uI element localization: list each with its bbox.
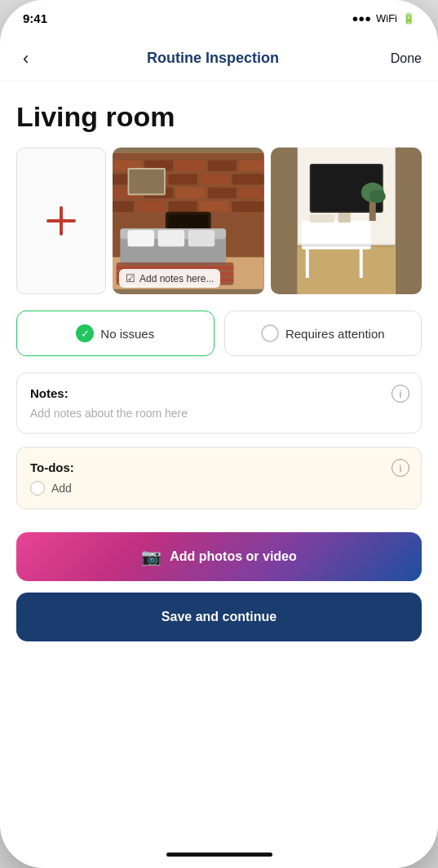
svg-rect-27 (128, 230, 154, 246)
svg-rect-11 (232, 174, 264, 184)
add-photo-button[interactable] (16, 148, 106, 294)
status-bar: 9:41 ●●● WiFi 🔋 (0, 0, 438, 36)
no-issues-label: No issues (100, 327, 154, 341)
svg-rect-21 (232, 201, 264, 212)
requires-attention-button[interactable]: Requires attention (224, 311, 423, 356)
note-icon: ☑ (126, 272, 135, 284)
radio-circle-icon (261, 324, 279, 342)
svg-rect-46 (309, 214, 334, 223)
svg-rect-9 (169, 174, 197, 184)
main-content: Living room (0, 82, 438, 840)
camera-icon: 📷 (141, 547, 161, 566)
svg-rect-47 (338, 213, 350, 223)
svg-rect-35 (129, 170, 164, 194)
no-issues-button[interactable]: ✓ No issues (16, 311, 215, 356)
battery-icon: 🔋 (402, 12, 415, 24)
todos-info-icon[interactable]: i (392, 459, 409, 477)
save-continue-button[interactable]: Save and continue (16, 593, 422, 641)
svg-rect-29 (188, 230, 215, 246)
svg-rect-17 (113, 201, 134, 212)
svg-rect-14 (176, 187, 205, 198)
home-bar (166, 853, 272, 857)
svg-rect-20 (201, 201, 229, 212)
svg-rect-10 (201, 174, 229, 184)
home-indicator (0, 840, 438, 868)
wifi-icon: WiFi (376, 12, 397, 24)
svg-rect-6 (240, 161, 264, 171)
phone-shell: 9:41 ●●● WiFi 🔋 ‹ Routine Inspection Don… (0, 0, 438, 868)
status-buttons: ✓ No issues Requires attention (16, 311, 422, 356)
white-room-photo-svg (271, 148, 423, 294)
done-button[interactable]: Done (391, 51, 422, 66)
nav-header: ‹ Routine Inspection Done (0, 36, 438, 82)
svg-rect-16 (240, 187, 264, 198)
notes-input[interactable]: Add notes about the room here (30, 407, 408, 420)
notes-section: i Notes: Add notes about the room here (16, 372, 422, 434)
svg-rect-40 (359, 249, 362, 278)
status-time: 9:41 (23, 11, 47, 25)
svg-rect-48 (297, 244, 395, 247)
room-title: Living room (16, 101, 422, 133)
svg-rect-15 (208, 187, 237, 198)
svg-rect-28 (158, 230, 184, 246)
check-circle-icon: ✓ (76, 324, 94, 342)
todos-label: To-dos: (30, 460, 408, 474)
svg-rect-37 (297, 245, 395, 294)
photo-item-2[interactable] (271, 148, 423, 294)
photo-strip: ☑ Add notes here... (16, 148, 422, 294)
svg-point-45 (369, 190, 385, 203)
notes-label: Notes: (30, 386, 408, 400)
save-continue-label: Save and continue (161, 610, 277, 624)
svg-rect-4 (176, 161, 205, 171)
signal-icon: ●●● (352, 12, 371, 24)
page-title: Routine Inspection (147, 50, 279, 67)
status-icons: ●●● WiFi 🔋 (352, 12, 415, 24)
svg-rect-18 (137, 201, 166, 212)
svg-rect-39 (305, 249, 308, 278)
action-buttons: 📷 Add photos or video Save and continue (16, 532, 422, 661)
todo-add-label: Add (51, 482, 72, 495)
requires-attention-label: Requires attention (285, 327, 385, 341)
notes-info-icon[interactable]: i (392, 385, 409, 403)
photo-notes-overlay[interactable]: ☑ Add notes here... (119, 269, 220, 288)
notes-overlay-text: Add notes here... (139, 273, 214, 284)
todos-section: i To-dos: Add (16, 447, 422, 509)
plus-icon (45, 205, 77, 237)
add-media-button[interactable]: 📷 Add photos or video (16, 532, 422, 581)
add-media-label: Add photos or video (170, 549, 297, 564)
svg-rect-5 (208, 161, 237, 171)
back-button[interactable]: ‹ (16, 45, 35, 73)
todo-add-row[interactable]: Add (30, 481, 408, 496)
todo-radio-icon (30, 481, 45, 496)
svg-rect-19 (169, 201, 197, 212)
photo-item-1[interactable]: ☑ Add notes here... (113, 148, 264, 294)
